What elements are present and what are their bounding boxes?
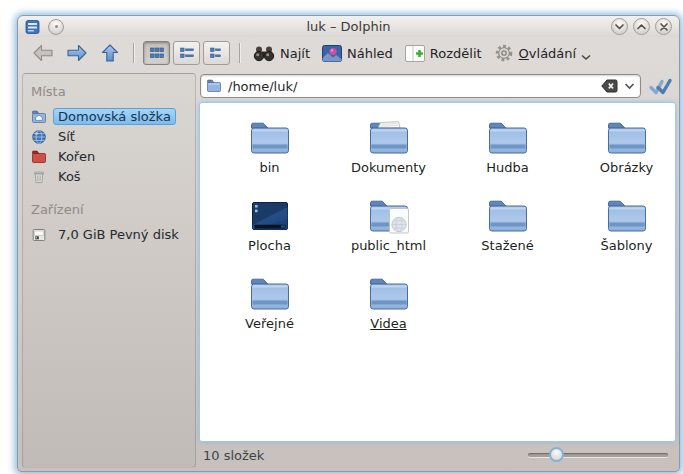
split-button[interactable]: Rozdělit <box>401 43 486 64</box>
sidebar-item-label: Domovská složka <box>53 108 176 125</box>
folder-item-label: Dokumenty <box>351 160 426 175</box>
location-path[interactable]: /home/luk/ <box>228 79 595 94</box>
main-toolbar: Najít Náhled Rozdělit Ovládání <box>18 37 679 71</box>
folder-item[interactable]: Veřejné <box>210 273 329 351</box>
close-icon <box>659 22 669 32</box>
folder-item-label: public_html <box>351 238 426 253</box>
folder-icon <box>604 195 650 235</box>
folder-html-icon <box>366 195 412 235</box>
device-item-label: 7,0 GiB Pevný disk <box>53 226 184 243</box>
window-title: luk – Dolphin <box>18 19 679 34</box>
forward-button[interactable] <box>62 41 92 65</box>
folder-item[interactable]: Obrázky <box>567 117 676 195</box>
folder-item-label: Šablony <box>601 238 653 253</box>
sidebar-item[interactable]: Koš <box>29 167 189 186</box>
control-button-label: Ovládání <box>519 46 577 61</box>
folder-item[interactable]: Dokumenty <box>329 117 448 195</box>
back-button[interactable] <box>28 41 58 65</box>
sidebar-item[interactable]: Domovská složka <box>29 107 189 126</box>
red-folder-icon <box>31 149 47 165</box>
chevron-down-icon <box>581 54 591 61</box>
icons-view-icon <box>149 46 165 60</box>
folder-item-label: Plocha <box>248 238 291 253</box>
folder-item[interactable]: bin <box>210 117 329 195</box>
sidebar-item[interactable]: Kořen <box>29 147 189 166</box>
double-checkmark-icon <box>648 77 673 96</box>
folder-documents-icon <box>366 117 412 157</box>
folder-icon <box>247 117 293 157</box>
split-button-label: Rozdělit <box>430 46 482 61</box>
network-globe-icon <box>31 129 47 145</box>
places-panel: Místa Domovská složka Síť Kořen Koš Zaří… <box>22 73 196 468</box>
up-button[interactable] <box>96 41 124 65</box>
places-list: Domovská složka Síť Kořen Koš <box>29 107 189 186</box>
toolbar-separator <box>133 43 134 63</box>
compact-view-icon <box>209 46 225 60</box>
status-bar: 10 složek <box>199 442 676 468</box>
location-row: /home/luk/ <box>200 74 675 98</box>
devices-header: Zařízení <box>31 202 187 217</box>
folder-icon <box>604 117 650 157</box>
folder-item-label: Veřejné <box>245 316 294 331</box>
trash-icon <box>31 169 47 185</box>
folder-icon <box>485 117 531 157</box>
go-button[interactable] <box>646 77 675 96</box>
window-content: Místa Domovská složka Síť Kořen Koš Zaří… <box>18 71 679 471</box>
hard-disk-icon <box>31 227 47 243</box>
sidebar-item-label: Koš <box>53 168 86 185</box>
folder-item[interactable]: Stažené <box>448 195 567 273</box>
folder-item[interactable]: public_html <box>329 195 448 273</box>
zoom-slider[interactable] <box>528 447 668 463</box>
titlebar: luk – Dolphin <box>18 16 679 37</box>
maximize-button[interactable] <box>633 18 650 35</box>
titlebar-menu-icon[interactable] <box>48 19 64 35</box>
split-view-icon <box>405 45 425 62</box>
folder-icon <box>366 273 412 313</box>
main-column: /home/luk/ bin Dokumenty Hudba Obrázky <box>199 73 676 468</box>
dolphin-app-icon[interactable] <box>25 19 41 35</box>
folder-item[interactable]: Plocha <box>210 195 329 273</box>
details-view-icon <box>179 46 195 60</box>
details-view-button[interactable] <box>173 41 200 65</box>
folder-item-label: Videa <box>370 316 406 331</box>
folder-item-label: bin <box>259 160 279 175</box>
places-header: Místa <box>31 84 187 99</box>
control-button[interactable]: Ovládání <box>490 41 596 65</box>
folder-item[interactable]: Šablony <box>567 195 676 273</box>
find-button-label: Najít <box>280 46 310 61</box>
icons-view-button[interactable] <box>143 41 170 65</box>
shade-button[interactable] <box>611 18 628 35</box>
devices-list: 7,0 GiB Pevný disk <box>29 225 189 244</box>
desktop-icon <box>247 195 293 235</box>
sidebar-item[interactable]: Síť <box>29 127 189 146</box>
back-arrow-icon <box>32 43 54 63</box>
chevron-down-icon[interactable] <box>624 82 635 90</box>
clear-icon[interactable] <box>601 79 618 93</box>
folder-icon <box>247 273 293 313</box>
toolbar-separator <box>239 43 240 63</box>
forward-arrow-icon <box>66 43 88 63</box>
close-button[interactable] <box>655 18 672 35</box>
folder-item[interactable]: Videa <box>329 273 448 351</box>
folder-item-label: Hudba <box>486 160 529 175</box>
up-arrow-icon <box>100 43 120 63</box>
zoom-slider-handle[interactable] <box>549 447 564 462</box>
preview-image-icon <box>322 45 342 62</box>
chevron-down-icon <box>614 22 625 31</box>
home-folder-icon <box>31 109 47 125</box>
folder-view[interactable]: bin Dokumenty Hudba Obrázky Plocha publi… <box>199 102 676 442</box>
folder-item-label: Stažené <box>481 238 533 253</box>
folder-item[interactable]: Hudba <box>448 117 567 195</box>
folder-item-label: Obrázky <box>600 160 653 175</box>
location-bar[interactable]: /home/luk/ <box>200 74 641 98</box>
preview-button-label: Náhled <box>347 46 393 61</box>
binoculars-icon <box>253 44 275 62</box>
status-text: 10 složek <box>203 448 264 463</box>
gear-icon <box>494 43 514 63</box>
sidebar-item-label: Síť <box>53 128 80 145</box>
chevron-up-icon <box>636 22 647 31</box>
preview-button[interactable]: Náhled <box>318 43 397 64</box>
find-button[interactable]: Najít <box>249 42 314 64</box>
compact-view-button[interactable] <box>203 41 230 65</box>
device-item[interactable]: 7,0 GiB Pevný disk <box>29 225 189 244</box>
